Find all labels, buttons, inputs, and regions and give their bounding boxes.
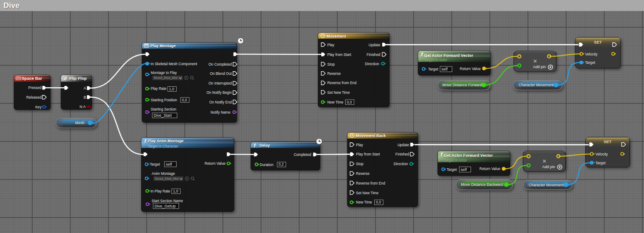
svg-text:×: × [542,158,546,165]
svg-text:Scout_Dive_Mor: Scout_Dive_Mor [155,177,179,181]
svg-text:Delay: Delay [260,143,270,148]
svg-text:A: A [84,86,87,90]
svg-text:Character Movement: Character Movement [529,183,564,187]
svg-text:Starting Section: Starting Section [151,107,177,111]
svg-text:Target: Target [595,161,606,165]
svg-text:×: × [533,58,537,65]
svg-text:Return Value: Return Value [460,67,481,71]
svg-text:Play Rate: Play Rate [151,87,167,91]
svg-text:0,0: 0,0 [347,100,352,104]
svg-text:On Notify End: On Notify End [209,100,232,104]
svg-text:New Time: New Time [328,100,344,104]
svg-text:Reverse from End: Reverse from End [356,181,385,185]
svg-text:Get Actor Forward Vector: Get Actor Forward Vector [424,53,473,58]
svg-text:Target is Actor: Target is Actor [424,58,447,62]
svg-text:Space Bar: Space Bar [22,76,42,81]
svg-text:In Skeletal Mesh Component: In Skeletal Mesh Component [151,62,198,66]
svg-text:Duration: Duration [260,163,274,167]
svg-text:Direction: Direction [394,162,408,166]
svg-text:Completed: Completed [294,153,311,157]
svg-text:Notify Name: Notify Name [211,111,230,115]
svg-text:Play from Start: Play from Start [356,152,380,156]
svg-text:Target is Actor: Target is Actor [444,159,467,163]
svg-text:Is A: Is A [79,105,86,109]
svg-text:Montage to Play: Montage to Play [151,71,177,75]
svg-text:Play: Play [328,43,335,47]
svg-text:Move Distance Backward: Move Distance Backward [461,182,503,187]
svg-text:Anim Montage: Anim Montage [152,172,175,176]
svg-text:Dive: Dive [4,1,19,10]
svg-text:Movement: Movement [327,34,346,38]
svg-text:Target is Character: Target is Character [148,144,179,148]
svg-text:Reverse from End: Reverse from End [328,81,357,85]
svg-text:Target: Target [447,168,457,172]
svg-text:Pressed: Pressed [28,86,41,90]
svg-text:Play Anim Montage: Play Anim Montage [148,139,184,143]
svg-text:Released: Released [26,96,41,100]
svg-text:Set New Time: Set New Time [328,91,350,95]
svg-text:Move Distance Forward: Move Distance Forward [442,83,482,87]
svg-text:Play Montage: Play Montage [151,44,176,48]
svg-text:0,2: 0,2 [279,162,284,166]
svg-text:Update: Update [397,143,409,147]
svg-text:Target: Target [428,67,438,71]
svg-text:1,0: 1,0 [173,189,178,193]
svg-text:Finished: Finished [367,53,380,57]
svg-text:New Time: New Time [356,200,373,204]
svg-text:In Play Rate: In Play Rate [151,189,170,193]
svg-text:Movement Back: Movement Back [356,133,386,138]
svg-text:Dive_Start: Dive_Start [154,113,172,118]
svg-text:Scout_Dive_Mor: Scout_Dive_Mor [154,76,178,80]
svg-text:On Completed: On Completed [208,63,232,67]
svg-text:Target: Target [585,61,595,65]
svg-text:Flip Flop: Flip Flop [69,76,87,81]
svg-text:Velocity: Velocity [595,152,608,156]
svg-text:On Interrupted: On Interrupted [208,81,232,85]
svg-text:Key: Key [35,105,42,109]
svg-text:Reverse: Reverse [356,172,370,176]
svg-text:Play: Play [356,143,364,147]
svg-text:On Notify Begin: On Notify Begin [207,91,232,95]
svg-text:Get Actor Forward Vector: Get Actor Forward Vector [444,153,493,158]
svg-text:self: self [441,67,448,71]
svg-text:Play from Start: Play from Start [328,53,352,57]
svg-text:Mesh: Mesh [75,121,85,125]
svg-text:Stop: Stop [356,162,364,166]
svg-text:On Blend Out: On Blend Out [210,72,232,76]
svg-text:Set New Time: Set New Time [356,191,379,195]
svg-text:Target: Target [150,163,160,166]
svg-text:self: self [166,162,173,166]
svg-text:Return Value: Return Value [479,167,501,171]
svg-text:SET: SET [594,40,602,44]
svg-text:Return Value: Return Value [205,162,226,166]
svg-text:Starting Position: Starting Position [151,98,177,102]
svg-text:Dive_GetUp: Dive_GetUp [154,204,176,208]
svg-text:SET: SET [604,140,612,144]
svg-text:Velocity: Velocity [585,52,598,56]
svg-text:Character Movement: Character Movement [519,83,554,87]
svg-text:Add pin: Add pin [533,65,546,69]
svg-text:Stop: Stop [328,63,335,67]
svg-text:Finished: Finished [395,152,409,156]
svg-text:Add pin: Add pin [542,165,555,169]
svg-text:Reverse: Reverse [328,72,341,76]
svg-text:1,0: 1,0 [169,87,174,91]
svg-text:Update: Update [369,43,380,47]
svg-text://: // [64,76,67,81]
svg-text:Direction: Direction [365,62,380,66]
svg-text:0,0: 0,0 [376,200,381,204]
svg-text:Start Section Name: Start Section Name [152,199,183,203]
svg-text:self: self [461,167,467,172]
svg-text:B: B [84,96,87,100]
svg-text:0,0: 0,0 [182,98,187,102]
